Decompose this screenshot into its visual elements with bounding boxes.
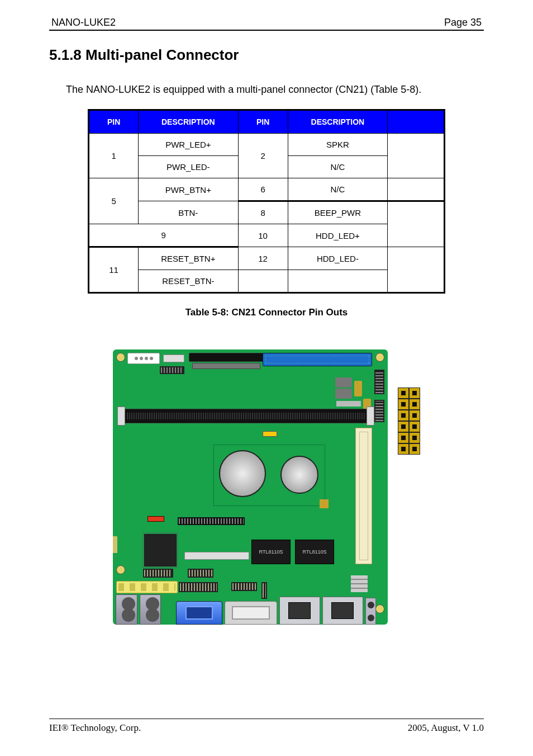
- cell: 9: [89, 224, 239, 247]
- mini-pci-slot-icon: [355, 428, 372, 564]
- cell: 5: [89, 178, 139, 224]
- lan-port-icon: [322, 597, 363, 625]
- header-product: NANO-LUKE2: [51, 17, 116, 29]
- cell: SPKR: [288, 134, 387, 156]
- cell: 11: [89, 247, 139, 293]
- chipset-fan-icon: [280, 456, 318, 494]
- cell: RESET_BTN+: [139, 247, 238, 270]
- mount-hole-icon: [116, 353, 125, 362]
- cell: 12: [238, 247, 288, 270]
- cell: BEEP_PWR: [288, 201, 387, 224]
- pinout-table: PIN DESCRIPTION PIN DESCRIPTION 1 PWR_LE…: [88, 109, 445, 294]
- cell-empty: [288, 270, 387, 293]
- pin-header-icon: [374, 400, 384, 422]
- header-icon: [192, 363, 260, 369]
- th-desc-right: DESCRIPTION: [288, 110, 387, 134]
- component-icon: [336, 401, 361, 407]
- audio-jack-icon: [365, 598, 376, 625]
- jumper-red-icon: [147, 516, 164, 522]
- header-icon: [184, 552, 249, 560]
- cell: N/C: [288, 178, 387, 201]
- th-desc-left: DESCRIPTION: [139, 110, 238, 134]
- jumper-yellow-icon: [263, 431, 277, 437]
- cell: PWR_BTN+: [139, 178, 238, 201]
- table-caption: Table 5-8: CN21 Connector Pin Outs: [49, 307, 484, 318]
- rear-io-row: [113, 594, 388, 625]
- dimm-clip-icon: [117, 407, 125, 426]
- page-footer: IEI® Technology, Corp. 2005, August, V 1…: [49, 719, 484, 734]
- cell: 8: [238, 201, 288, 224]
- pin-header-icon: [231, 582, 257, 591]
- cell-empty: [388, 134, 445, 178]
- mount-hole-icon: [375, 353, 384, 362]
- footer-version: 2005, August, V 1.0: [408, 722, 484, 734]
- pin-header-icon: [178, 517, 245, 525]
- section-description: The NANO-LUKE2 is equipped with a multi-…: [49, 84, 484, 96]
- cell: RESET_BTN-: [139, 270, 238, 293]
- ps2-port-icon: [140, 594, 161, 625]
- cell: BTN-: [139, 201, 238, 224]
- vga-port-icon: [176, 601, 222, 625]
- cell: 2: [238, 134, 288, 178]
- ethernet-chip-icon: RTL8110S: [251, 540, 291, 564]
- plcc-chip-icon: [144, 534, 177, 566]
- jumper-icon: [354, 381, 362, 396]
- dvi-port-icon: [225, 601, 277, 625]
- ps2-port-icon: [116, 594, 137, 625]
- power-connector-icon: [116, 581, 178, 593]
- th-blank: [388, 110, 445, 134]
- lan-port-icon: [279, 597, 320, 625]
- dimm-clip-icon: [367, 407, 374, 426]
- th-pin-right: PIN: [238, 110, 288, 134]
- edge-connector-icon: [113, 536, 117, 553]
- pin-header-icon: [374, 370, 384, 394]
- cn21-connector-detail-icon: [398, 388, 420, 455]
- header-separator: NANO-LUKE2 Page 35: [49, 17, 484, 31]
- dimm-slot-icon: [121, 409, 371, 423]
- cell-empty: [388, 178, 445, 201]
- cell: 6: [238, 178, 288, 201]
- marker-icon: [320, 499, 329, 508]
- th-pin-left: PIN: [89, 110, 139, 134]
- cell: PWR_LED+: [139, 134, 238, 156]
- cell: N/C: [288, 156, 387, 178]
- header-small-icon: [163, 355, 184, 362]
- cell-empty: [388, 201, 445, 247]
- ethernet-chip-icon: RTL8110S: [295, 540, 334, 564]
- pin-header-icon: [143, 569, 173, 578]
- cell: 10: [238, 224, 288, 247]
- chip-icon: [335, 389, 352, 399]
- cell: PWR_LED-: [139, 156, 238, 178]
- pin-header-icon: [188, 569, 213, 578]
- cell-empty: [238, 270, 288, 293]
- pin-header-icon: [160, 366, 184, 374]
- header-page: Page 35: [444, 17, 482, 29]
- pcb-board: RTL8110S RTL8110S: [113, 349, 388, 625]
- cell: 1: [89, 134, 139, 178]
- cell: HDD_LED-: [288, 247, 387, 270]
- pin-header-icon: [179, 582, 218, 592]
- footer-company: IEI® Technology, Corp.: [49, 722, 141, 734]
- chip-icon: [335, 377, 352, 388]
- mount-hole-icon: [116, 565, 125, 574]
- cell: HDD_LED+: [288, 224, 387, 247]
- usb-header-icon: [351, 575, 368, 592]
- board-figure: RTL8110S RTL8110S: [49, 349, 484, 625]
- section-title: 5.1.8 Multi-panel Connector: [49, 46, 484, 64]
- fan-header-icon: [127, 353, 160, 364]
- cpu-fan-icon: [219, 450, 266, 497]
- ide-connector-blue-icon: [263, 353, 372, 366]
- cell-empty: [388, 247, 445, 293]
